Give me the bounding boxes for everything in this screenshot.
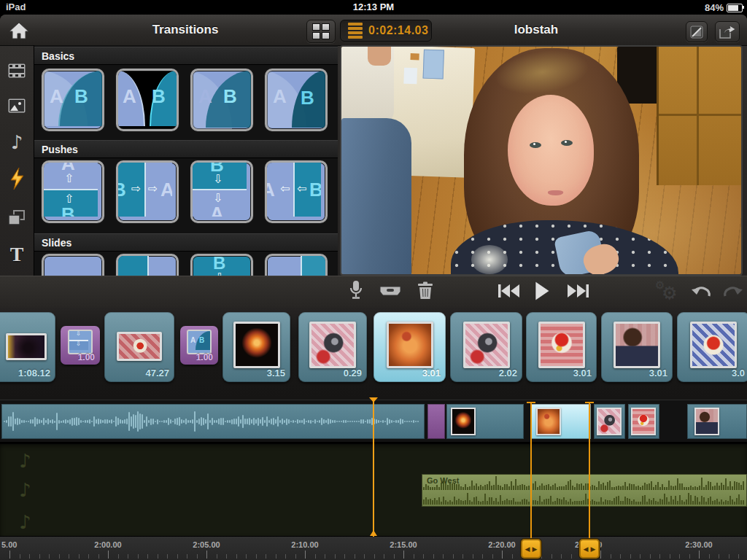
playhead-marker xyxy=(370,530,377,536)
transition-fade-black[interactable]: A B xyxy=(116,69,179,131)
sidebar-item-music[interactable]: ♪ xyxy=(4,130,29,155)
next-clip-button[interactable] xyxy=(567,284,589,301)
clip-duration: 3.01 xyxy=(649,368,667,378)
home-button[interactable] xyxy=(7,20,31,42)
voiceover-button[interactable] xyxy=(349,280,363,303)
transition-dissolve-1[interactable]: A B xyxy=(42,69,104,131)
timeline-clip-lobsters[interactable] xyxy=(628,404,659,439)
clip-thumbnail xyxy=(536,408,561,435)
trim-in-handle[interactable]: ◀ ▶ xyxy=(521,539,541,559)
transition-slide-1[interactable] xyxy=(42,254,104,276)
settings-button[interactable]: ⚙ ⚙ xyxy=(655,279,684,305)
battery-status: 84% xyxy=(705,2,743,13)
sidebar-item-video[interactable] xyxy=(4,58,29,83)
transition-duration: 1.00 xyxy=(78,352,95,362)
section-header-slides: Slides xyxy=(34,233,338,252)
transition-slide-3[interactable]: B ⇩ xyxy=(190,254,253,276)
transition-push-right[interactable]: B ⇨ ⇨ A xyxy=(116,160,179,223)
storyboard-clip-2[interactable]: 47.27 xyxy=(104,312,174,382)
transition-dissolve-3[interactable]: A B xyxy=(265,69,328,131)
redo-icon xyxy=(722,283,744,298)
text-icon: T xyxy=(10,243,24,266)
girl-eye-left xyxy=(530,142,541,148)
edit-project-button[interactable] xyxy=(686,21,708,42)
timeline-clip-girl[interactable] xyxy=(687,404,747,439)
redo-button[interactable] xyxy=(722,283,744,301)
clock: 12:13 PM xyxy=(0,1,747,12)
transition-slide-2[interactable] xyxy=(116,254,179,276)
clip-thumbnail xyxy=(6,333,47,360)
music-track-icon: ♪ xyxy=(19,479,31,501)
gear-icon: ⚙ xyxy=(662,283,678,303)
ruler-label: 2:15.00 xyxy=(390,540,417,549)
timeline-clip-selected[interactable] xyxy=(530,404,591,439)
clip-thumbnail xyxy=(597,408,622,435)
undo-icon xyxy=(690,283,712,298)
previous-clip-button[interactable] xyxy=(498,284,520,301)
timeline-clip-fire[interactable] xyxy=(446,404,524,439)
storyboard-clip-1[interactable]: 1:08.12 xyxy=(0,312,55,382)
storyboard-clip-5-selected[interactable]: 3.01 xyxy=(374,312,446,382)
timeline-transition[interactable] xyxy=(427,404,445,439)
home-icon xyxy=(9,21,29,40)
clip-thumbnail xyxy=(233,322,280,368)
storyboard-transition-2[interactable]: A B 1.00 xyxy=(180,326,218,365)
storyboard-transition-1[interactable]: ⇩ ⇩ 1.00 xyxy=(61,326,100,365)
trim-out-line xyxy=(589,402,590,539)
sidebar-item-transitions[interactable] xyxy=(4,166,29,191)
timeline-tracks-icon xyxy=(348,23,363,39)
trash-icon xyxy=(417,281,433,300)
sidebar-item-montage[interactable] xyxy=(4,206,29,230)
video-preview[interactable] xyxy=(340,45,743,276)
storyboard-clip-6[interactable]: 2.02 xyxy=(450,312,522,382)
storyboard-clip-8[interactable]: 3.01 xyxy=(601,312,673,382)
trim-left-arrow-icon: ◀ xyxy=(584,545,589,553)
transition-slide-4[interactable] xyxy=(265,254,328,276)
transition-dissolve-2[interactable]: A B xyxy=(190,69,253,131)
transition-push-left[interactable]: A ⇦ ⇦ B xyxy=(265,160,328,223)
transition-push-down[interactable]: B ⇩ ⇩ A xyxy=(190,160,253,223)
storyboard-view-button[interactable] xyxy=(306,20,336,43)
play-button[interactable] xyxy=(533,281,551,304)
export-button[interactable] xyxy=(715,21,740,42)
undo-button[interactable] xyxy=(690,283,712,301)
storyboard-clip-9[interactable]: 3.0 xyxy=(677,312,747,382)
music-waveform xyxy=(423,491,746,505)
clip-thumbnail xyxy=(117,332,162,361)
delete-button[interactable] xyxy=(417,281,433,303)
storyboard-clip-3[interactable]: 3.15 xyxy=(222,312,290,382)
timeline-ruler[interactable]: 5.00 2:00.00 2:05.00 2:10.00 2:15.00 2:2… xyxy=(0,536,747,560)
timeline-clip-claw[interactable] xyxy=(594,404,625,439)
status-bar: iPad 12:13 PM 84% xyxy=(0,0,747,15)
clip-thumbnail xyxy=(690,322,737,368)
clip-thumbnail xyxy=(694,408,719,435)
skip-forward-icon xyxy=(567,284,589,298)
music-clip[interactable]: Go West xyxy=(422,474,747,507)
clip-thumbnail xyxy=(309,322,356,368)
music-track-icon: ♪ xyxy=(19,450,31,472)
clip-duration: 2.02 xyxy=(499,368,517,378)
playhead[interactable] xyxy=(373,398,374,537)
music-note-icon: ♪ xyxy=(11,131,23,153)
clip-duration: 3.15 xyxy=(267,368,285,378)
split-clip-button[interactable] xyxy=(379,284,401,300)
edit-icon xyxy=(690,26,703,39)
clip-thumbnail xyxy=(387,322,433,368)
girl-face xyxy=(508,95,594,206)
trim-right-arrow-icon: ▶ xyxy=(591,545,596,553)
clip-duration: 3.01 xyxy=(422,368,441,378)
ruler-label: 2:00.00 xyxy=(94,540,121,549)
sidebar-item-photos[interactable] xyxy=(4,93,29,118)
microphone-icon xyxy=(349,280,363,300)
clip-duration: 3.01 xyxy=(573,368,592,378)
trim-out-handle[interactable]: ◀ ▶ xyxy=(579,539,600,559)
sidebar-item-titles[interactable]: T xyxy=(4,242,29,267)
timeline-clip-audio-video[interactable] xyxy=(1,404,425,439)
storyboard-clip-4[interactable]: 0.29 xyxy=(298,312,367,382)
storyboard-clip-7[interactable]: 3.01 xyxy=(526,312,597,382)
music-waveform xyxy=(423,476,746,490)
ruler-label: 2:10.00 xyxy=(291,540,318,549)
clip-duration: 3.0 xyxy=(732,368,745,378)
transition-push-up[interactable]: A ⇧ ⇧ B xyxy=(42,160,104,223)
storyboard: 1:08.12 ⇩ ⇩ 1.00 47.27 A B 1.00 3.15 0.2… xyxy=(0,308,747,400)
